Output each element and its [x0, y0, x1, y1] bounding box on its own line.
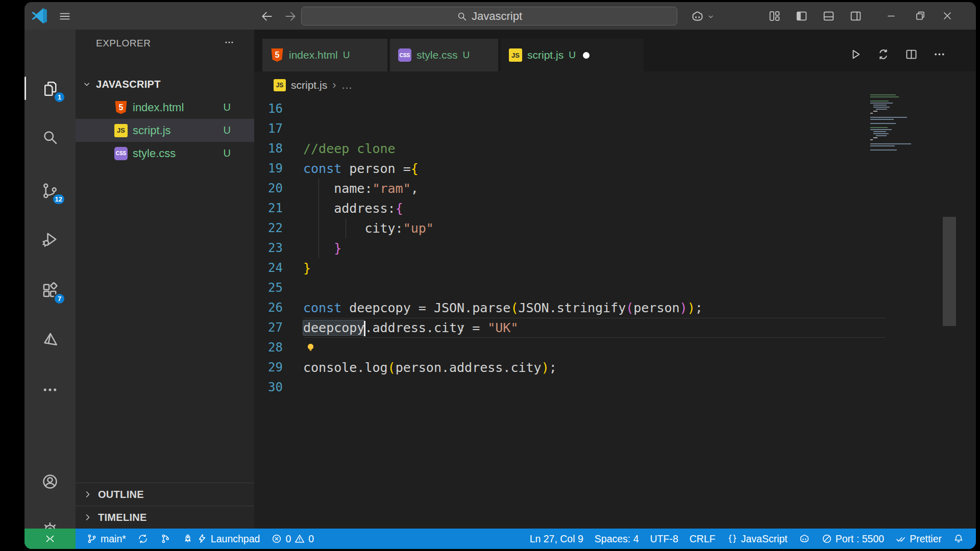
- minimap-line: [876, 109, 887, 110]
- status-text: JavaScript: [741, 533, 788, 545]
- tab-index.html[interactable]: 5index.htmlU: [262, 39, 387, 71]
- code-line-22[interactable]: 22 city:"up": [254, 218, 976, 238]
- status-bar: main*Launchpad00 Ln 27, Col 9Spaces: 4UT…: [24, 529, 976, 549]
- activity-item-explorer[interactable]: 1: [24, 77, 76, 101]
- status-item-launchpad[interactable]: Launchpad: [177, 529, 266, 549]
- badge: 7: [54, 293, 65, 305]
- panel-timeline[interactable]: TIMELINE: [76, 506, 254, 529]
- ellipsis-icon: [933, 47, 946, 61]
- breadcrumb[interactable]: JS script.js › …: [254, 71, 976, 99]
- code-line-28[interactable]: 28: [254, 338, 976, 358]
- editor-action-split-editor[interactable]: [904, 47, 918, 63]
- toggle-primary-sidebar-button[interactable]: [795, 10, 808, 23]
- code-line-27[interactable]: 27deepcopy.address.city = "UK": [254, 318, 976, 338]
- file-item-style.css[interactable]: CSSstyle.cssU: [76, 142, 254, 165]
- indent-guide-icon: [318, 198, 319, 218]
- code-token: "up": [403, 221, 434, 236]
- activity-item-extensions[interactable]: 7: [24, 278, 76, 303]
- code-line-24[interactable]: 24}: [254, 258, 976, 278]
- lightbulb-icon[interactable]: [304, 341, 317, 354]
- modified-dot-icon[interactable]: [583, 52, 590, 59]
- status-item-notifications[interactable]: [947, 529, 970, 549]
- code-line-20[interactable]: 20 name:"ram",: [254, 179, 976, 198]
- editor-action-open-changes[interactable]: [876, 47, 890, 63]
- copilot-menu-button[interactable]: [691, 10, 722, 23]
- code-line-17[interactable]: 17: [254, 119, 976, 139]
- html-file-icon: 5: [114, 101, 128, 114]
- vscode-window: Javascript 1127 1 EXPLORER: [24, 2, 976, 549]
- status-item-prettier[interactable]: Prettier: [890, 529, 947, 549]
- folder-javascript[interactable]: JAVASCRIPT: [76, 73, 254, 95]
- sidebar-header: EXPLORER: [76, 30, 254, 55]
- activity-item-more-views[interactable]: [24, 378, 76, 402]
- explorer-more-actions-button[interactable]: [224, 37, 235, 49]
- tab-bar: 5index.htmlUCSSstyle.cssUJSscript.jsU: [254, 30, 976, 71]
- line-number: 23: [254, 238, 283, 258]
- minimap-line: [870, 123, 896, 124]
- ellipsis-icon: [224, 37, 235, 48]
- editor-scrollbar[interactable]: [943, 217, 956, 326]
- code-line-16[interactable]: 16: [254, 99, 976, 119]
- indent-guide-icon: [346, 218, 346, 238]
- double-check-icon: [895, 533, 906, 544]
- code-editor[interactable]: 161718//deep clone19const person ={20 na…: [254, 99, 976, 529]
- tab-style.css[interactable]: CSSstyle.cssU: [390, 39, 498, 71]
- panel-outline[interactable]: OUTLINE: [76, 483, 254, 506]
- toggle-panel-button[interactable]: [822, 10, 835, 23]
- minimap-line: [873, 107, 890, 108]
- status-item-copilot[interactable]: [793, 529, 816, 549]
- sync-icon: [137, 533, 149, 544]
- code-line-19[interactable]: 19const person ={: [254, 159, 976, 179]
- restore-button[interactable]: [914, 10, 927, 23]
- bell-icon: [953, 533, 964, 544]
- forward-button[interactable]: [284, 10, 297, 23]
- activity-item-search[interactable]: [24, 125, 76, 149]
- status-item-language[interactable]: JavaScript: [721, 529, 793, 549]
- code-line-29[interactable]: 29console.log(person.address.city);: [254, 358, 976, 378]
- menu-button[interactable]: [58, 10, 71, 23]
- status-item-encoding[interactable]: UTF-8: [645, 529, 684, 549]
- status-item-commit-graph[interactable]: [154, 529, 177, 549]
- minimap-line: [873, 111, 877, 112]
- activity-item-live-preview[interactable]: [24, 328, 76, 352]
- minimize-button[interactable]: [885, 10, 898, 23]
- status-item-live-server-port[interactable]: Port : 5500: [816, 529, 890, 549]
- status-item-cursor-position[interactable]: Ln 27, Col 9: [524, 529, 589, 549]
- code-line-18[interactable]: 18//deep clone: [254, 139, 976, 159]
- status-item-sync[interactable]: [132, 529, 154, 549]
- code-text: }: [303, 238, 341, 258]
- arrow-right-icon: [284, 10, 297, 23]
- breadcrumb-more[interactable]: …: [341, 79, 353, 92]
- back-button[interactable]: [260, 10, 274, 23]
- activity-item-accounts[interactable]: [24, 469, 76, 494]
- minimap[interactable]: [870, 94, 925, 161]
- status-text: Port : 5500: [836, 533, 884, 545]
- code-line-23[interactable]: 23 }: [254, 238, 976, 258]
- command-center-search[interactable]: Javascript: [301, 7, 677, 26]
- status-item-branch[interactable]: main*: [81, 529, 132, 549]
- minimap-line: [870, 127, 888, 128]
- tab-label: script.js: [527, 49, 564, 61]
- activity-item-run-and-debug[interactable]: [24, 227, 76, 252]
- minimap-line: [870, 103, 893, 104]
- code-line-25[interactable]: 25: [254, 278, 976, 298]
- file-item-index.html[interactable]: 5index.htmlU: [76, 96, 254, 119]
- activity-item-source-control[interactable]: 12: [24, 179, 76, 203]
- code-line-21[interactable]: 21 address:{: [254, 198, 976, 218]
- file-item-script.js[interactable]: JSscript.jsU: [76, 119, 254, 142]
- code-line-30[interactable]: 30: [254, 378, 976, 397]
- status-item-problems[interactable]: 00: [265, 529, 320, 549]
- editor-action-more-actions[interactable]: [933, 47, 946, 63]
- tab-script.js[interactable]: JSscript.jsU: [501, 39, 644, 71]
- toggle-secondary-sidebar-button[interactable]: [849, 10, 862, 23]
- status-item-indentation[interactable]: Spaces: 4: [589, 529, 645, 549]
- minimize-icon: [885, 10, 897, 22]
- customize-layout-button[interactable]: [768, 10, 781, 23]
- code-line-26[interactable]: 26const deepcopy = JSON.parse(JSON.strin…: [254, 298, 976, 318]
- remote-indicator[interactable]: [24, 529, 76, 549]
- status-item-eol[interactable]: CRLF: [684, 529, 721, 549]
- close-button[interactable]: [941, 10, 954, 23]
- mouse-ibeam-cursor: [460, 321, 467, 335]
- panel-label: OUTLINE: [98, 489, 144, 500]
- editor-action-run[interactable]: [848, 47, 862, 63]
